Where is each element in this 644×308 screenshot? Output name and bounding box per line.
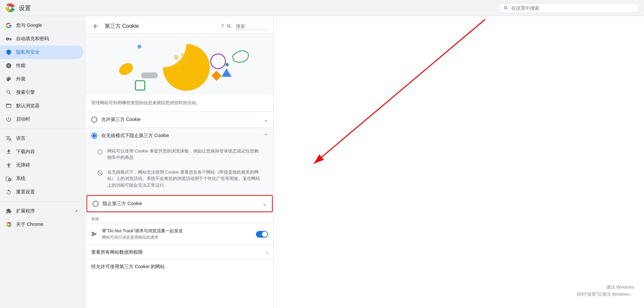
dnt-item: 将"Do Not Track"请求与浏览流量一起发送 网站可自行决定是否响应此请… <box>86 223 273 245</box>
svg-rect-9 <box>141 72 158 78</box>
svg-line-25 <box>314 19 485 164</box>
dnt-text: 将"Do Not Track"请求与浏览流量一起发送 网站可自行决定是否响应此请… <box>102 228 252 240</box>
send-icon <box>91 231 98 238</box>
option-block-all[interactable]: 阻止第三方 Cookie ⌄ <box>87 195 273 212</box>
option-block-incognito-label: 在无痕模式下阻止第三方 Cookie <box>101 133 260 139</box>
cookie-sub-icon <box>97 148 103 155</box>
sidebar-divider-2 <box>0 201 86 202</box>
power-icon <box>5 116 12 123</box>
dnt-toggle[interactable] <box>256 231 268 238</box>
search-icon-small <box>226 23 232 29</box>
settings-panel: 第三方 Cookie ? <box>86 16 274 308</box>
sidebar-item-download[interactable]: 下载内容 <box>0 145 83 159</box>
panel-search-area: ? <box>221 23 268 30</box>
sidebar-item-reset[interactable]: 重置设置 <box>0 185 83 199</box>
annotation-arrow <box>274 16 644 308</box>
sidebar-item-label: 无障碍 <box>16 162 30 168</box>
nav-allowed-sites-label: 经允许可使用第三方 Cookie 的网站 <box>91 264 268 270</box>
system-icon <box>5 175 12 182</box>
option-block-all-label: 阻止第三方 Cookie <box>103 201 258 207</box>
topbar: 设置 <box>0 0 644 16</box>
search-icon <box>503 5 508 11</box>
main-layout: 您与 Google 自动填充和密码 隐私和安全 性能 外观 <box>0 16 644 308</box>
chevron-down-icon-2: ⌄ <box>262 200 267 207</box>
option-expanded-content: 网站可以使用 Cookie 来提升您的浏览体验，例如让您保持登录状态或记住您购物… <box>86 144 273 195</box>
svg-rect-10 <box>136 81 145 90</box>
sub-option-cookie: 网站可以使用 Cookie 来提升您的浏览体验，例如让您保持登录状态或记住您购物… <box>91 144 268 165</box>
sidebar-item-extensions[interactable]: 扩展程序 ↗ <box>0 204 83 218</box>
extension-icon <box>5 208 12 214</box>
sub-option-block: 在无痕模式下，网站无法使用 Cookie 查看您在各个网站（即使是彼此相关的网站… <box>91 165 268 193</box>
sidebar-item-performance[interactable]: 性能 <box>0 59 83 72</box>
sidebar-item-google[interactable]: 您与 Google <box>0 19 83 32</box>
panel-header: 第三方 Cookie ? <box>86 16 273 34</box>
svg-point-8 <box>117 61 135 77</box>
sidebar-item-search[interactable]: 搜索引擎 <box>0 86 83 99</box>
sidebar: 您与 Google 自动填充和密码 隐私和安全 性能 外观 <box>0 16 86 308</box>
sidebar-item-language[interactable]: 语言 <box>0 132 83 145</box>
block-sub-icon <box>97 170 103 176</box>
sidebar-item-autofill[interactable]: 自动填充和密码 <box>0 32 83 46</box>
description-text: 管理网站可利用哪些类型的信息来跟踪您浏览时的活动。 <box>86 94 273 112</box>
translate-icon <box>5 135 12 142</box>
reset-icon <box>5 189 12 195</box>
svg-point-7 <box>138 45 142 49</box>
sidebar-item-system[interactable]: 系统 <box>0 172 83 185</box>
sidebar-item-label: 语言 <box>16 135 25 141</box>
svg-point-17 <box>225 63 229 66</box>
accessibility-icon <box>5 162 12 169</box>
cookie-illustration <box>86 34 273 94</box>
sub-option-cookie-text: 网站可以使用 Cookie 来提升您的浏览体验，例如让您保持登录状态或记住您购物… <box>107 148 263 161</box>
sidebar-item-browser[interactable]: 默认浏览器 <box>0 99 83 113</box>
svg-point-6 <box>8 224 9 225</box>
svg-point-3 <box>9 7 11 9</box>
sidebar-item-label: 外观 <box>16 76 25 82</box>
svg-point-19 <box>99 151 100 151</box>
sidebar-item-label: 启动时 <box>16 116 30 122</box>
back-button[interactable] <box>91 21 101 31</box>
svg-point-16 <box>211 54 225 69</box>
svg-point-20 <box>100 151 101 151</box>
help-icon[interactable]: ? <box>221 23 224 29</box>
nav-allowed-sites[interactable]: 经允许可使用第三方 Cookie 的网站 <box>86 259 273 274</box>
sidebar-item-appearance[interactable]: 外观 <box>0 72 83 86</box>
right-panel: 激活 Windows 转到"设置"以激活 Windows。 <box>274 16 644 308</box>
sidebar-item-label: 隐私和安全 <box>16 49 40 55</box>
nav-all-sites-label: 查看所有网站数据和权限 <box>91 249 262 255</box>
browser-icon <box>5 103 12 109</box>
sidebar-item-about[interactable]: 关于 Chrome <box>0 218 83 231</box>
sidebar-item-label: 系统 <box>16 176 25 182</box>
sidebar-item-label: 搜索引擎 <box>16 89 35 96</box>
sidebar-item-label: 关于 Chrome <box>16 222 44 228</box>
sidebar-item-label: 自动填充和密码 <box>16 36 49 42</box>
sidebar-item-label: 默认浏览器 <box>16 103 40 109</box>
dnt-subtitle: 网站可自行决定是否响应此请求 <box>102 235 252 240</box>
sidebar-item-label: 您与 Google <box>16 22 42 28</box>
global-search-input[interactable] <box>511 5 633 11</box>
option-block-all-radio <box>93 201 99 207</box>
sidebar-item-accessibility[interactable]: 无障碍 <box>0 159 83 172</box>
panel-title: 第三方 Cookie <box>105 23 217 30</box>
sidebar-item-startup[interactable]: 启动时 <box>0 113 83 126</box>
dnt-title: 将"Do Not Track"请求与浏览流量一起发送 <box>102 228 252 234</box>
global-search-bar[interactable] <box>498 3 639 13</box>
sidebar-item-privacy[interactable]: 隐私和安全 <box>0 46 83 59</box>
shield-icon <box>5 49 12 56</box>
nav-all-sites[interactable]: 查看所有网站数据和权限 › <box>86 245 273 259</box>
palette-icon <box>5 76 12 82</box>
chrome-logo-icon <box>5 3 15 13</box>
watermark-line1: 激活 Windows <box>577 284 634 291</box>
chrome-about-icon <box>5 221 12 228</box>
external-link-icon: ↗ <box>74 209 78 213</box>
option-block-incognito[interactable]: 在无痕模式下阻止第三方 Cookie ⌃ <box>86 128 273 144</box>
option-allow[interactable]: 允许第三方 Cookie ⌄ <box>86 112 273 128</box>
svg-point-21 <box>100 152 100 152</box>
sidebar-item-label: 重置设置 <box>16 189 35 195</box>
sidebar-item-label: 下载内容 <box>16 149 35 155</box>
search-icon <box>5 89 12 96</box>
svg-point-13 <box>188 57 191 61</box>
svg-point-14 <box>173 67 176 71</box>
sidebar-item-label: 扩展程序 <box>16 208 35 214</box>
panel-search-input[interactable] <box>234 23 268 30</box>
chevron-right-icon: › <box>266 250 268 255</box>
